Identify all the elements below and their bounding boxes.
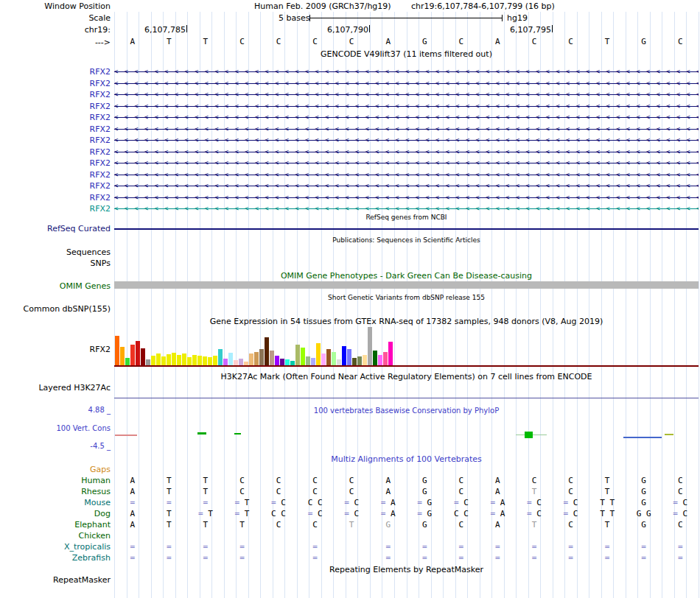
gene-label-rfx2[interactable]: RFX2	[0, 204, 111, 214]
gtex-expression-bar[interactable]	[326, 349, 331, 365]
species-label-human[interactable]: Human	[0, 476, 111, 485]
gtex-gene-label[interactable]: RFX2	[0, 345, 111, 354]
gene-label-rfx2[interactable]: RFX2	[0, 67, 111, 77]
multiz-row-gaps[interactable]	[114, 465, 699, 474]
multiz-row-chicken[interactable]	[114, 531, 699, 541]
gtex-expression-bar[interactable]	[265, 337, 269, 365]
gtex-expression-bar[interactable]	[182, 353, 186, 365]
multiz-row-x_tropicalis[interactable]: ==============	[114, 542, 699, 552]
refseq-line[interactable]	[114, 228, 699, 230]
multiz-row-dog[interactable]: AT= T= TC C= C= C= A= GC C= A= C= CT TG …	[114, 509, 699, 518]
gtex-expression-bar[interactable]	[378, 355, 382, 365]
gtex-expression-bar[interactable]	[136, 341, 140, 365]
gtex-expression-bar[interactable]	[228, 353, 233, 365]
gene-transcript-row[interactable]: <<<<<<<<<<<<<<<<<<<<<<<<<<<<<<<<<<<<<<<<…	[114, 182, 699, 190]
ruler-coordinate[interactable]: 6,107,785	[144, 25, 187, 35]
ruler-coordinate[interactable]: 6,107,790	[327, 25, 370, 35]
gene-label-rfx2[interactable]: RFX2	[0, 90, 111, 99]
gene-label-rfx2[interactable]: RFX2	[0, 136, 111, 145]
gene-label-rfx2[interactable]: RFX2	[0, 79, 111, 88]
species-label-elephant[interactable]: Elephant	[0, 520, 111, 530]
conservation-track-label[interactable]: 100 Vert. Cons	[0, 424, 111, 432]
gene-transcript-row[interactable]: <<<<<<<<<<<<<<<<<<<<<<<<<<<<<<<<<<<<<<<<…	[114, 171, 699, 179]
repeatmasker-label[interactable]: RepeatMasker	[0, 575, 111, 585]
gtex-expression-bar[interactable]	[342, 346, 346, 365]
gtex-expression-bar[interactable]	[120, 347, 125, 365]
multiz-row-zebrafish[interactable]: ==============	[114, 553, 699, 563]
multiz-row-human[interactable]: ATTCCCCAGCACCTGC	[114, 476, 699, 485]
gene-label-rfx2[interactable]: RFX2	[0, 193, 111, 203]
gtex-expression-bar[interactable]	[130, 345, 135, 365]
species-label-mouse[interactable]: Mouse	[0, 498, 111, 507]
gtex-expression-bar[interactable]	[249, 353, 253, 365]
common-dbsnp-label[interactable]: Common dbSNP(155)	[0, 304, 111, 314]
gtex-expression-bar[interactable]	[363, 355, 367, 365]
gtex-expression-bar[interactable]	[337, 359, 341, 365]
gene-transcript-row[interactable]: <<<<<<<<<<<<<<<<<<<<<<<<<<<<<<<<<<<<<<<<…	[114, 113, 699, 122]
species-label-chicken[interactable]: Chicken	[0, 531, 111, 541]
gtex-expression-bar[interactable]	[192, 355, 197, 365]
gene-transcript-row[interactable]: <<<<<<<<<<<<<<<<<<<<<<<<<<<<<<<<<<<<<<<<…	[114, 148, 699, 156]
gene-transcript-row[interactable]: <<<<<<<<<<<<<<<<<<<<<<<<<<<<<<<<<<<<<<<<…	[114, 205, 699, 213]
gene-transcript-row[interactable]: <<<<<<<<<<<<<<<<<<<<<<<<<<<<<<<<<<<<<<<<…	[114, 102, 699, 110]
gtex-expression-bar[interactable]	[275, 356, 279, 365]
gene-transcript-row[interactable]: <<<<<<<<<<<<<<<<<<<<<<<<<<<<<<<<<<<<<<<<…	[114, 159, 699, 167]
species-label-zebrafish[interactable]: Zebrafish	[0, 553, 111, 563]
gtex-expression-bar[interactable]	[218, 349, 223, 365]
omim-gene-bar[interactable]	[114, 281, 699, 289]
chrom-label[interactable]: chr19:	[0, 25, 111, 35]
gtex-expression-bar[interactable]	[115, 336, 119, 365]
gtex-expression-bar[interactable]	[172, 353, 176, 365]
gtex-expression-bar[interactable]	[373, 351, 377, 365]
gtex-expression-bar[interactable]	[270, 351, 274, 365]
gene-transcript-row[interactable]: <<<<<<<<<<<<<<<<<<<<<<<<<<<<<<<<<<<<<<<<…	[114, 80, 699, 88]
gtex-expression-bar[interactable]	[187, 357, 192, 365]
gtex-expression-bar[interactable]	[234, 360, 238, 365]
gtex-expression-bar[interactable]	[197, 356, 202, 365]
gtex-expression-bar[interactable]	[141, 348, 145, 365]
gtex-expression-bar[interactable]	[161, 356, 166, 365]
snps-label[interactable]: SNPs	[0, 258, 111, 268]
gene-transcript-row[interactable]: <<<<<<<<<<<<<<<<<<<<<<<<<<<<<<<<<<<<<<<<…	[114, 125, 699, 133]
omim-genes-label[interactable]: OMIM Genes	[0, 281, 111, 291]
gtex-expression-bar[interactable]	[259, 349, 264, 365]
gtex-expression-bar[interactable]	[383, 352, 388, 365]
gtex-expression-bar[interactable]	[368, 327, 372, 365]
gtex-expression-bar[interactable]	[156, 353, 161, 365]
layered-h3k27ac-label[interactable]: Layered H3K27Ac	[0, 383, 111, 393]
gtex-expression-bar[interactable]	[295, 345, 300, 365]
species-label-rhesus[interactable]: Rhesus	[0, 487, 111, 496]
multiz-row-rhesus[interactable]: ATTCCCCAGCATCTGC	[114, 487, 699, 496]
gtex-expression-bar[interactable]	[125, 358, 130, 365]
gtex-expression-bar[interactable]	[321, 353, 326, 365]
gtex-expression-bar[interactable]	[388, 342, 393, 365]
gtex-expression-bar[interactable]	[146, 359, 150, 365]
species-label-dog[interactable]: Dog	[0, 509, 111, 518]
gtex-expression-bar[interactable]	[316, 343, 321, 365]
gene-label-rfx2[interactable]: RFX2	[0, 124, 111, 134]
gtex-expression-bar[interactable]	[311, 358, 315, 365]
refseq-curated-label[interactable]: RefSeq Curated	[0, 224, 111, 233]
gtex-expression-bar[interactable]	[352, 358, 357, 365]
species-label-gaps[interactable]: Gaps	[0, 465, 111, 474]
gene-transcript-row[interactable]: <<<<<<<<<<<<<<<<<<<<<<<<<<<<<<<<<<<<<<<<…	[114, 194, 699, 202]
gene-label-rfx2[interactable]: RFX2	[0, 158, 111, 168]
sequences-label[interactable]: Sequences	[0, 247, 111, 257]
gtex-expression-bar[interactable]	[203, 356, 207, 365]
gtex-expression-bar[interactable]	[213, 356, 217, 365]
species-label-x_tropicalis[interactable]: X_tropicalis	[0, 542, 111, 552]
gene-label-rfx2[interactable]: RFX2	[0, 170, 111, 180]
gtex-expression-bar[interactable]	[151, 356, 155, 365]
gtex-expression-bar[interactable]	[357, 356, 362, 365]
gene-transcript-row[interactable]: <<<<<<<<<<<<<<<<<<<<<<<<<<<<<<<<<<<<<<<<…	[114, 91, 699, 99]
gene-label-rfx2[interactable]: RFX2	[0, 102, 111, 111]
gtex-expression-bar[interactable]	[223, 359, 228, 365]
gene-label-rfx2[interactable]: RFX2	[0, 147, 111, 157]
gtex-expression-bar[interactable]	[301, 348, 305, 365]
gtex-expression-bar[interactable]	[332, 352, 336, 365]
gtex-expression-bar[interactable]	[280, 359, 284, 365]
gtex-expression-bar[interactable]	[167, 354, 171, 365]
gtex-expression-bar[interactable]	[285, 359, 290, 365]
gtex-expression-bar[interactable]	[254, 352, 259, 365]
gene-label-rfx2[interactable]: RFX2	[0, 181, 111, 191]
